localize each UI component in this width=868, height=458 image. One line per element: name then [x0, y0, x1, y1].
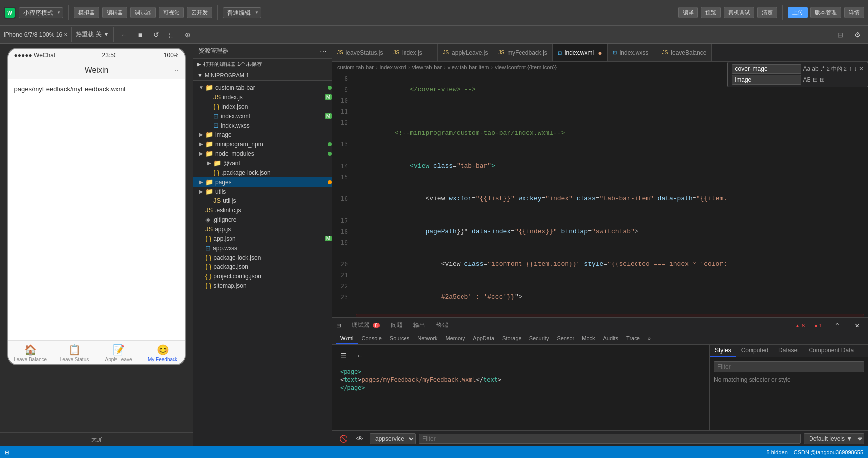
tab-leave-balance[interactable]: 🏠 Leave Balance: [8, 344, 53, 362]
tree-file-pkg-lock-json[interactable]: { } package-lock.json: [193, 253, 332, 262]
settings-icon[interactable]: ⚙: [850, 28, 864, 42]
version-btn[interactable]: 版本管理: [810, 7, 841, 18]
tab-index-wxss[interactable]: ⊡ index.wxss: [608, 44, 657, 62]
simulator-btn[interactable]: 模拟器: [74, 7, 99, 18]
error-badge[interactable]: ● 1: [814, 323, 822, 328]
tab-myfeedback-js[interactable]: JS myFeedback.js: [493, 44, 552, 62]
tree-file-index-wxml[interactable]: ⊡ index.wxml M: [193, 111, 332, 121]
tree-file-app-json[interactable]: { } app.json M: [193, 234, 332, 243]
styles-tab-component-data[interactable]: Component Data: [804, 345, 859, 357]
stop-btn[interactable]: ■: [133, 28, 147, 42]
replace-icon-2[interactable]: ⊞: [820, 76, 825, 83]
tree-folder-miniprogram-npm[interactable]: ▶ 📁 miniprogram_npm: [193, 139, 332, 149]
breadcrumb-item-1[interactable]: index.wxml: [380, 65, 406, 70]
tab-my-feedback[interactable]: 😊 My Feedback: [141, 344, 185, 362]
subtab-sensor[interactable]: Sensor: [553, 333, 578, 344]
mode-select[interactable]: 小程序模式: [19, 7, 63, 18]
debugger-btn[interactable]: 调试器: [130, 7, 156, 18]
tab-issues[interactable]: 问题: [386, 319, 407, 331]
phone-nav-dots[interactable]: ···: [173, 66, 179, 74]
tree-file-project-config[interactable]: { } project.config.json: [193, 271, 332, 281]
tab-applyleave-js[interactable]: JS applyLeave.js: [438, 44, 493, 62]
tab-terminal[interactable]: 终端: [431, 319, 453, 331]
tab-output[interactable]: 输出: [408, 319, 430, 331]
replace-input[interactable]: [732, 75, 801, 85]
code-editor[interactable]: </cover-view> --> <!--miniprogram/custom…: [352, 73, 868, 317]
replace-icon-1[interactable]: ⊟: [813, 76, 818, 83]
log-levels-wrap[interactable]: Default levels ▼: [804, 433, 864, 444]
subtab-audits[interactable]: Audits: [599, 333, 623, 344]
tab-index-wxml[interactable]: ⊡ index.wxml ●: [553, 44, 608, 62]
styles-filter-input[interactable]: [714, 361, 864, 372]
match-case-btn[interactable]: Aa: [803, 65, 810, 72]
log-levels-select[interactable]: Default levels ▼: [804, 433, 864, 444]
tree-folder-vant[interactable]: ▶ 📁 @vant: [193, 158, 332, 168]
tree-file-eslintrc[interactable]: JS .eslintrc.js: [193, 205, 332, 215]
subtab-security[interactable]: Security: [525, 333, 553, 344]
screen-btn[interactable]: ⬚: [165, 28, 179, 42]
styles-tab-styles[interactable]: Styles: [710, 345, 736, 357]
cloud-btn[interactable]: 云开发: [187, 7, 212, 18]
tree-file-index-json[interactable]: { } index.json: [193, 102, 332, 111]
tree-file-gitignore[interactable]: ◈ .gitignore: [193, 215, 332, 224]
expand-icon[interactable]: ⊟: [336, 322, 341, 329]
alert-badge[interactable]: ▲ 8: [795, 323, 805, 328]
clear-btn[interactable]: 清楚: [757, 7, 777, 18]
subtab-memory[interactable]: Memory: [442, 333, 469, 344]
tab-leavestatus-js[interactable]: JS leaveStatus.js: [332, 44, 388, 62]
add-btn[interactable]: ⊕: [181, 28, 195, 42]
hotreload-label[interactable]: 热重载 关 ▼: [76, 30, 109, 39]
subtab-console[interactable]: Console: [358, 333, 386, 344]
tree-folder-node-modules[interactable]: ▶ 📁 node_modules: [193, 149, 332, 158]
visual-btn[interactable]: 可视化: [159, 7, 184, 18]
subtab-network[interactable]: Network: [413, 333, 441, 344]
breadcrumb-item-3[interactable]: view.tab-bar-item: [448, 65, 489, 70]
details-btn[interactable]: 详情: [844, 7, 864, 18]
panel-close-btn[interactable]: ✕: [850, 319, 864, 332]
find-search-input[interactable]: [732, 64, 801, 74]
mode-dropdown-wrap[interactable]: 小程序模式: [19, 7, 63, 18]
editor-mode-wrap[interactable]: 普通编辑: [223, 7, 261, 18]
editor-mode-select[interactable]: 普通编辑: [223, 7, 261, 18]
tree-file-app-js[interactable]: JS app.js: [193, 224, 332, 234]
subtab-storage[interactable]: Storage: [498, 333, 525, 344]
next-match-btn[interactable]: ↓: [854, 65, 857, 72]
wxml-back-btn[interactable]: ←: [353, 349, 367, 363]
breadcrumb-item-0[interactable]: custom-tab-bar: [337, 65, 374, 70]
tree-folder-pages[interactable]: ▶ 📁 pages: [193, 177, 332, 187]
compile-btn[interactable]: 编译: [678, 7, 698, 18]
tree-file-package-lock[interactable]: { } .package-lock.json: [193, 168, 332, 177]
refresh-btn[interactable]: ↺: [149, 28, 163, 42]
tab-apply-leave[interactable]: 📝 Apply Leave: [97, 344, 141, 362]
tree-folder-utils[interactable]: ▶ 📁 utils: [193, 187, 332, 196]
subtab-sources[interactable]: Sources: [386, 333, 413, 344]
close-find-btn[interactable]: ✕: [859, 65, 864, 72]
subtab-mock[interactable]: Mock: [578, 333, 599, 344]
upload-btn[interactable]: 上传: [788, 7, 808, 18]
layout-icon[interactable]: ⊟: [833, 28, 847, 42]
tree-file-util-js[interactable]: JS util.js: [193, 196, 332, 205]
tab-index-js[interactable]: JS index.js: [388, 44, 438, 62]
explorer-menu-icon[interactable]: ⋯: [320, 47, 327, 55]
subtab-trace[interactable]: Trace: [622, 333, 644, 344]
tab-leave-status[interactable]: 📋 Leave Status: [53, 344, 97, 362]
regex-btn[interactable]: .*: [821, 65, 825, 72]
tree-file-sitemap[interactable]: { } sitemap.json: [193, 281, 332, 290]
tree-file-app-wxss[interactable]: ⊡ app.wxss: [193, 243, 332, 253]
tree-folder-image[interactable]: ▶ 📁 image: [193, 130, 332, 139]
breadcrumb-item-4[interactable]: view.iconfont.{{item.icon}}: [495, 65, 557, 70]
wxml-nav-icon[interactable]: ☰: [336, 349, 350, 363]
console-clear-btn[interactable]: 🚫: [336, 432, 350, 446]
styles-tab-dataset[interactable]: Dataset: [773, 345, 804, 357]
back-btn[interactable]: ←: [117, 28, 131, 42]
tab-debugger[interactable]: 调试器 8: [347, 319, 385, 331]
tree-file-index-js[interactable]: JS index.js M: [193, 92, 332, 102]
tree-file-pkg-json[interactable]: { } package.json: [193, 262, 332, 271]
editor-btn[interactable]: 编辑器: [102, 7, 127, 18]
tab-leavebalance[interactable]: JS leaveBalance: [657, 44, 712, 62]
breadcrumb-item-2[interactable]: view.tab-bar: [412, 65, 442, 70]
tree-file-index-wxss[interactable]: ⊡ index.wxss: [193, 121, 332, 130]
subtab-wxml[interactable]: Wxml: [336, 333, 358, 344]
subtab-more[interactable]: »: [644, 333, 655, 344]
console-eye-btn[interactable]: 👁: [353, 432, 367, 446]
